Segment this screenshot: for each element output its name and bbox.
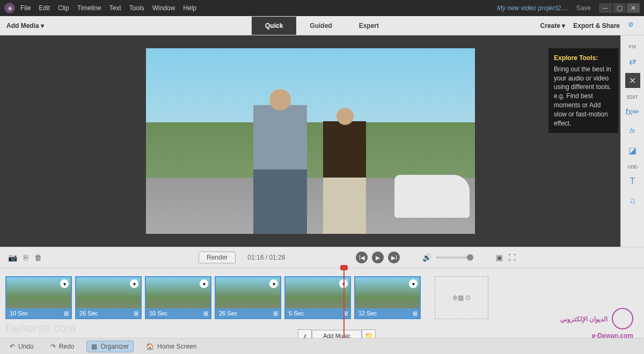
toolbar: Add Media ▾ Quick Guided Expert Create ▾… [0, 16, 644, 35]
menu-clip[interactable]: Clip [58, 4, 69, 12]
clip-menu-icon[interactable]: ▾ [60, 279, 69, 288]
panel-section-fix: FIX [628, 44, 636, 49]
project-name: My new video project2.... [497, 4, 568, 12]
marker-icon[interactable]: ⎘ [24, 253, 28, 262]
preview-content [253, 105, 307, 234]
tooltip-title: Explore Tools: [554, 54, 613, 63]
menu-bar: File Edit Clip Timeline Text Tools Windo… [20, 4, 497, 12]
maximize-button[interactable]: ▢ [613, 3, 626, 13]
fullscreen-icon[interactable]: ⛶ [508, 253, 516, 262]
clip-menu-icon[interactable]: ▾ [130, 279, 138, 288]
menu-tools[interactable]: Tools [129, 4, 144, 12]
trash-icon[interactable]: 🗑 [34, 253, 42, 262]
add-media-button[interactable]: Add Media ▾ [0, 22, 50, 30]
tab-quick[interactable]: Quick [252, 17, 296, 35]
preview-content [394, 175, 470, 218]
clip-duration: 12 Sec [355, 308, 420, 318]
volume-slider[interactable] [436, 256, 473, 259]
clip-duration: 26 Sec [76, 308, 141, 318]
bottom-bar: ↶ Undo ↷ Redo ▦ Organizer 🏠 Home Screen [0, 338, 644, 354]
main-area: FIX ⇄ ✕ EDIT fx✏ fx ◪ ADD T ♫ [0, 35, 644, 247]
video-preview[interactable] [146, 48, 475, 234]
clip-3[interactable]: ▾10 Sec [145, 276, 211, 319]
prev-button[interactable]: I◀ [356, 252, 368, 263]
effects-brush-icon[interactable]: fx✏ [625, 104, 640, 119]
clip-duration: 26 Sec [216, 308, 280, 318]
tools-icon[interactable]: ✕ [625, 73, 640, 88]
clip-6[interactable]: ▾12 Sec [354, 276, 421, 319]
minimize-button[interactable]: ─ [599, 3, 612, 13]
clip-1[interactable]: ▾10 Sec [5, 276, 72, 319]
titlebar: ◈ File Edit Clip Timeline Text Tools Win… [0, 0, 644, 16]
add-clip-button[interactable]: ⊕▦ ⊙ [435, 276, 488, 319]
adjust-icon[interactable]: ⇄ [625, 54, 640, 69]
window-controls: ─ ▢ ✕ [599, 3, 640, 13]
controls-bar: 📷 ⎘ 🗑 Render 01:16 / 01:28 I◀ ▶ ▶I 🔊 ▣ ⛶ [0, 247, 644, 268]
transitions-icon[interactable]: ◪ [625, 143, 640, 158]
menu-file[interactable]: File [20, 4, 31, 12]
organizer-button[interactable]: ▦ Organizer [86, 341, 134, 352]
watermark-edewan: الديوان الإلكتروني e-Dewan.com [560, 308, 633, 341]
clip-menu-icon[interactable]: ▾ [269, 279, 278, 288]
render-button[interactable]: Render [199, 252, 236, 263]
safe-margin-icon[interactable]: ▣ [496, 253, 503, 262]
watermark-filehorse: filehorse.com [5, 321, 76, 335]
clip-menu-icon[interactable]: ▾ [200, 279, 208, 288]
tab-expert[interactable]: Expert [346, 17, 392, 35]
right-panel: FIX ⇄ ✕ EDIT fx✏ fx ◪ ADD T ♫ [620, 35, 644, 247]
clip-5[interactable]: ▾5 Sec [284, 276, 351, 319]
tooltip-explore-tools: Explore Tools: Bring out the best in you… [548, 48, 618, 133]
timeline: ▾10 Sec ▾26 Sec ▾10 Sec ▾26 Sec ▾5 Sec ▾… [0, 268, 644, 338]
export-share-button[interactable]: Export & Share [573, 22, 620, 30]
menu-window[interactable]: Window [152, 4, 175, 12]
music-icon[interactable]: ♫ [625, 193, 640, 208]
next-button[interactable]: ▶I [388, 252, 400, 263]
screen-buttons: ▣ ⛶ [496, 253, 516, 262]
close-button[interactable]: ✕ [627, 3, 640, 13]
titles-icon[interactable]: T [625, 174, 640, 189]
undo-button[interactable]: ↶ Undo [5, 341, 38, 352]
edewan-logo-icon [612, 308, 633, 329]
playback-controls: I◀ ▶ ▶I [356, 252, 400, 263]
clip-duration: 10 Sec [146, 308, 210, 318]
volume-icon[interactable]: 🔊 [422, 253, 431, 262]
clips-row: ▾10 Sec ▾26 Sec ▾10 Sec ▾26 Sec ▾5 Sec ▾… [5, 276, 639, 319]
play-button[interactable]: ▶ [372, 252, 384, 263]
panel-section-edit: EDIT [627, 94, 638, 100]
app-logo-icon: ◈ [4, 3, 15, 13]
menu-help[interactable]: Help [183, 4, 196, 12]
create-button[interactable]: Create ▾ [540, 22, 566, 30]
clip-2[interactable]: ▾26 Sec [75, 276, 142, 319]
clip-duration: 10 Sec [6, 308, 71, 318]
clip-duration: 5 Sec [286, 308, 350, 318]
menu-edit[interactable]: Edit [39, 4, 50, 12]
home-screen-button[interactable]: 🏠 Home Screen [142, 341, 201, 352]
time-display: 01:16 / 01:28 [247, 254, 285, 261]
preview-area [0, 35, 620, 247]
panel-section-add: ADD [627, 164, 638, 169]
menu-timeline[interactable]: Timeline [77, 4, 101, 12]
settings-gear-icon[interactable]: ⚙ [628, 21, 638, 31]
menu-text[interactable]: Text [109, 4, 121, 12]
clip-menu-icon[interactable]: ▾ [409, 279, 418, 288]
mode-tabs: Quick Guided Expert [252, 17, 392, 35]
redo-button[interactable]: ↷ Redo [46, 341, 79, 352]
tab-guided[interactable]: Guided [296, 17, 345, 35]
volume-area: 🔊 [422, 253, 473, 262]
clip-4[interactable]: ▾26 Sec [215, 276, 281, 319]
playhead[interactable] [343, 268, 345, 338]
save-button[interactable]: Save [576, 4, 591, 12]
snapshot-icon[interactable]: 📷 [8, 253, 17, 262]
toolbar-right: Create ▾ Export & Share ⚙ [540, 21, 644, 31]
effects-icon[interactable]: fx [625, 123, 640, 138]
tooltip-body: Bring out the best in your audio or vide… [554, 65, 613, 128]
preview-content [323, 121, 366, 234]
